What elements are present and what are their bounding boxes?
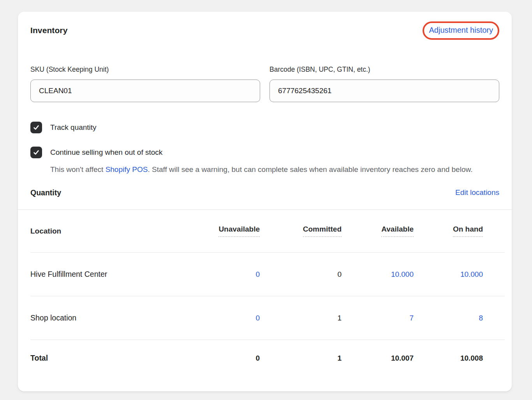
- column-header-available[interactable]: Available: [342, 225, 414, 237]
- total-committed: 1: [260, 354, 342, 363]
- total-label: Total: [30, 354, 201, 363]
- table-row: Hive Fulfillment Center 0 0 10.000 10.00…: [30, 253, 505, 296]
- continue-selling-checkbox[interactable]: [30, 147, 42, 158]
- column-header-committed[interactable]: Committed: [260, 225, 342, 237]
- unavailable-value-link[interactable]: 0: [255, 314, 260, 322]
- on-hand-value-link[interactable]: 10.000: [460, 270, 483, 278]
- total-on-hand: 10.008: [414, 354, 483, 363]
- table-total-row: Total 0 1 10.007 10.008: [30, 340, 505, 376]
- page-title: Inventory: [30, 26, 67, 35]
- barcode-field-group: Barcode (ISBN, UPC, GTIN, etc.): [270, 65, 499, 102]
- help-text-suffix: . Staff will see a warning, but can comp…: [148, 165, 472, 173]
- available-value-link[interactable]: 10.000: [391, 270, 414, 278]
- shopify-pos-link[interactable]: Shopify POS: [106, 165, 148, 173]
- card-header: Inventory Adjustment history: [30, 20, 499, 41]
- cell-available: 7: [342, 314, 414, 322]
- track-quantity-label: Track quantity: [50, 123, 97, 132]
- inventory-table: Location Unavailable Committed Available…: [30, 210, 505, 376]
- unavailable-value-link[interactable]: 0: [255, 270, 260, 278]
- help-text-prefix: This won't affect: [50, 165, 106, 173]
- quantity-heading: Quantity: [30, 188, 61, 197]
- cell-committed: 0: [260, 270, 342, 279]
- cell-on-hand: 8: [414, 314, 483, 322]
- on-hand-value-link[interactable]: 8: [479, 314, 483, 322]
- inventory-card: Inventory Adjustment history SKU (Stock …: [18, 12, 512, 391]
- red-circle-annotation: Adjustment history: [423, 21, 499, 40]
- location-name: Shop location: [30, 313, 201, 322]
- cell-available: 10.000: [342, 270, 414, 279]
- checkmark-icon: [33, 124, 40, 131]
- quantity-section-header: Quantity Edit locations: [30, 187, 499, 198]
- table-row: Shop location 0 1 7 8: [30, 296, 505, 340]
- cell-unavailable: 0: [201, 314, 260, 322]
- cell-on-hand: 10.000: [414, 270, 483, 279]
- available-value-link[interactable]: 7: [409, 314, 414, 322]
- barcode-input[interactable]: [270, 80, 499, 102]
- cell-unavailable: 0: [201, 270, 260, 279]
- sku-field-group: SKU (Stock Keeping Unit): [30, 65, 260, 102]
- cell-committed: 1: [260, 314, 342, 322]
- sku-input[interactable]: [30, 80, 260, 102]
- fields-row: SKU (Stock Keeping Unit) Barcode (ISBN, …: [30, 65, 499, 102]
- checkmark-icon: [33, 149, 40, 156]
- continue-selling-row: Continue selling when out of stock: [30, 147, 499, 158]
- column-header-on-hand[interactable]: On hand: [414, 225, 483, 237]
- table-header-row: Location Unavailable Committed Available…: [30, 210, 505, 253]
- continue-selling-label: Continue selling when out of stock: [50, 148, 162, 157]
- column-header-location: Location: [30, 227, 201, 235]
- track-quantity-checkbox[interactable]: [30, 122, 42, 133]
- column-header-unavailable[interactable]: Unavailable: [201, 225, 260, 237]
- continue-selling-help-text: This won't affect Shopify POS. Staff wil…: [50, 163, 473, 175]
- total-available: 10.007: [342, 354, 414, 363]
- sku-label: SKU (Stock Keeping Unit): [30, 65, 260, 74]
- track-quantity-row: Track quantity: [30, 122, 499, 133]
- edit-locations-link[interactable]: Edit locations: [455, 188, 499, 197]
- location-name: Hive Fulfillment Center: [30, 270, 201, 279]
- total-unavailable: 0: [201, 354, 260, 363]
- adjustment-history-link[interactable]: Adjustment history: [429, 26, 493, 34]
- barcode-label: Barcode (ISBN, UPC, GTIN, etc.): [270, 65, 499, 74]
